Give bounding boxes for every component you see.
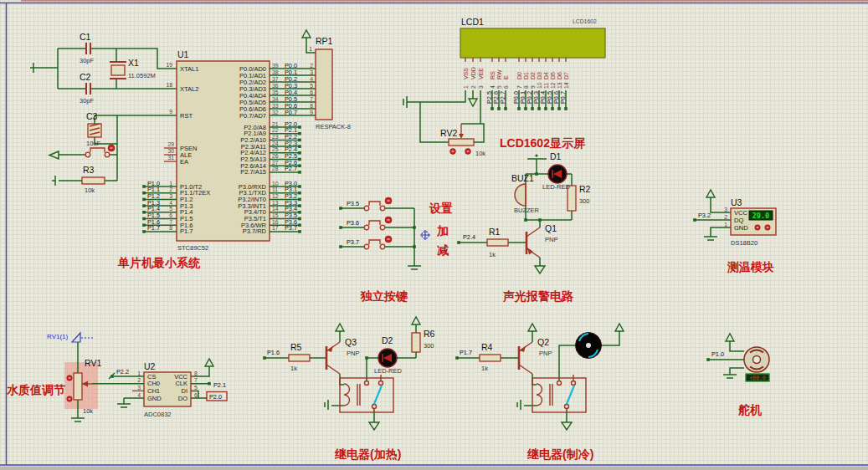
lcd-ctrl-pin: E6P2.7	[499, 58, 509, 110]
svg-text:4: 4	[310, 76, 313, 82]
svg-text:VDD: VDD	[470, 67, 476, 79]
svg-text:25: 25	[272, 146, 279, 152]
key-label-plus: 加	[436, 224, 449, 238]
svg-text:2: 2	[169, 186, 172, 192]
svg-text:6: 6	[194, 392, 198, 398]
svg-text:P3.7/RD: P3.7/RD	[243, 227, 267, 235]
capacitor-c3[interactable]	[88, 124, 101, 137]
push-button-cap[interactable]	[369, 202, 380, 206]
push-button-terminal[interactable]	[364, 225, 369, 230]
svg-text:D7: D7	[563, 72, 569, 79]
push-button-terminal[interactable]	[380, 225, 385, 230]
voltage-probe[interactable]	[72, 333, 94, 342]
r6-val: 300	[424, 342, 434, 350]
svg-text:DI: DI	[182, 387, 188, 395]
svg-text:33: 33	[272, 103, 279, 109]
svg-text:29: 29	[167, 141, 174, 147]
svg-text:37: 37	[272, 76, 279, 82]
resistor-r1[interactable]	[487, 239, 508, 246]
push-button-terminal[interactable]	[364, 244, 369, 249]
svg-text:7: 7	[310, 96, 313, 102]
net-p2-0: P2.0	[209, 393, 222, 401]
u3-ref: U3	[731, 197, 742, 207]
svg-text:6: 6	[503, 85, 509, 89]
net-p2-1: P2.1	[213, 381, 226, 389]
svg-text:13: 13	[557, 82, 562, 89]
key-label-set: 设置	[429, 202, 453, 215]
mcu-p2-pins: P2.0/A821P2.0P2.1/A922P2.1P2.2/A1023P2.2…	[240, 120, 301, 176]
xtal-wires	[30, 49, 177, 89]
svg-text:26: 26	[272, 153, 279, 159]
push-button-terminal[interactable]	[364, 206, 369, 211]
svg-text:14: 14	[563, 82, 569, 89]
svg-text:9: 9	[530, 85, 536, 89]
svg-text:P2.7: P2.7	[285, 165, 297, 172]
svg-text:CH1: CH1	[147, 387, 160, 395]
module-temp: P3.2 3VCC2DQ1GND 29.0 U3 DS18B20 测温模块	[693, 190, 776, 273]
resistor-r5[interactable]	[289, 355, 310, 361]
schematic-canvas: C1 30pF C2 30pF X1 11.0592M R3 10k C3 10…	[0, 0, 868, 470]
svg-text:5: 5	[310, 83, 313, 89]
led-d2[interactable]	[378, 349, 397, 367]
potentiometer-rv2[interactable]	[449, 139, 474, 146]
svg-text:24: 24	[272, 140, 279, 146]
svg-text:D3: D3	[537, 72, 542, 79]
buzzer-buz1[interactable]	[515, 184, 526, 206]
r2-val: 300	[579, 197, 590, 205]
servo-display-value: +00.0	[749, 375, 766, 381]
resistor-r4[interactable]	[480, 355, 501, 361]
svg-text:28: 28	[272, 166, 279, 171]
svg-text:VEE: VEE	[478, 68, 484, 79]
rp1-part: RESPACK-8	[316, 123, 351, 130]
r5-val: 1k	[290, 365, 297, 372]
r4-val: 1k	[481, 365, 488, 372]
svg-text:P1.7: P1.7	[147, 224, 160, 232]
schematic-svg: C1 30pF C2 30pF X1 11.0592M R3 10k C3 10…	[0, 0, 868, 470]
svg-text:6: 6	[310, 89, 313, 95]
push-button-terminal[interactable]	[380, 206, 385, 211]
svg-text:34: 34	[272, 96, 279, 102]
svg-text:1: 1	[724, 222, 727, 227]
capacitor-c2[interactable]	[86, 83, 90, 95]
c2-ref: C2	[80, 72, 91, 82]
svg-text:39: 39	[272, 63, 279, 69]
buz1-val: BUZZER	[514, 207, 540, 214]
push-button-terminal[interactable]	[380, 244, 385, 249]
lcd-screen[interactable]	[460, 28, 605, 58]
transistor-q3[interactable]	[326, 342, 340, 374]
q3-ref: Q3	[345, 337, 357, 347]
push-button-cap[interactable]	[369, 221, 380, 225]
push-button-cap[interactable]	[369, 240, 380, 244]
transistor-q2[interactable]	[519, 342, 532, 374]
crystal-x1[interactable]	[110, 62, 126, 79]
svg-text:D1: D1	[523, 72, 529, 79]
svg-text:P3.6: P3.6	[347, 219, 359, 227]
resistor-r6[interactable]	[412, 333, 420, 352]
svg-text:3: 3	[169, 193, 172, 199]
push-button-row: P3.7	[339, 236, 414, 249]
svg-text:38: 38	[272, 69, 279, 75]
key-label-minus: 减	[437, 243, 449, 257]
svg-text:8: 8	[194, 370, 198, 376]
resistor-r3[interactable]	[82, 177, 105, 184]
servo-motor[interactable]	[744, 347, 769, 372]
svg-text:DQ: DQ	[734, 217, 743, 224]
svg-text:21: 21	[272, 121, 279, 127]
svg-text:GND: GND	[147, 395, 162, 402]
fan-icon[interactable]	[576, 333, 602, 359]
led-d1[interactable]	[548, 165, 567, 183]
respack-body[interactable]	[316, 49, 332, 120]
capacitor-c1[interactable]	[86, 43, 90, 54]
svg-text:31: 31	[167, 155, 174, 161]
q1-val: PNP	[545, 236, 557, 243]
module-cooler: P1.7 R4 1k Q2 PNP 继电器(制冷)	[455, 324, 624, 461]
svg-text:7: 7	[169, 219, 172, 225]
key-bus	[408, 208, 421, 269]
net-p2-2: P2.2	[116, 368, 129, 375]
module-mcu: C1 30pF C2 30pF X1 11.0592M R3 10k C3 10…	[30, 32, 316, 269]
temp-caption: 测温模块	[727, 260, 774, 273]
transistor-q1[interactable]	[526, 227, 540, 258]
cooler-caption: 继电器(制冷)	[526, 447, 593, 461]
svg-text:3: 3	[137, 385, 141, 391]
svg-text:P1.7: P1.7	[180, 227, 193, 235]
